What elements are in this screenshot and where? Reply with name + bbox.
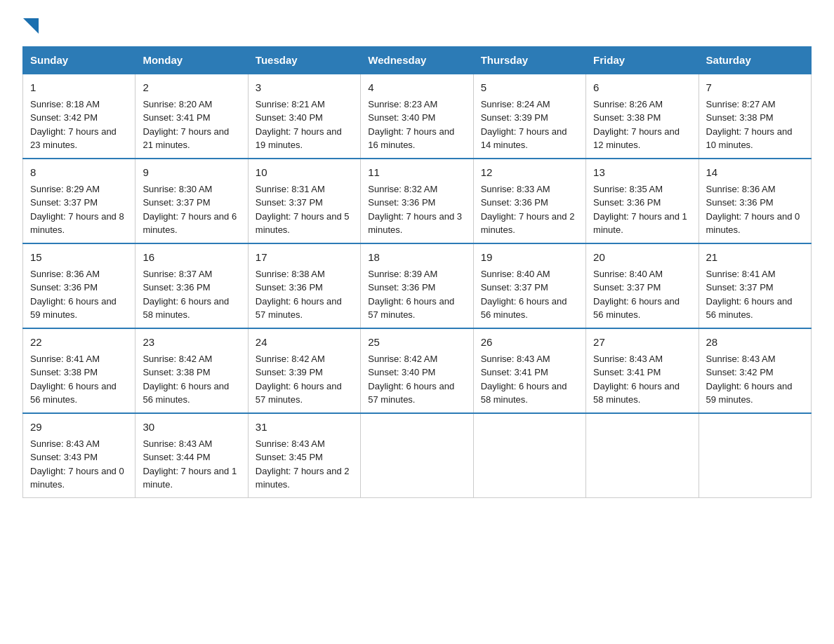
day-info: Sunrise: 8:36 AMSunset: 3:36 PMDaylight:… (706, 184, 800, 236)
day-info: Sunrise: 8:43 AMSunset: 3:41 PMDaylight:… (481, 354, 567, 405)
day-number: 4 (368, 80, 465, 95)
day-number: 2 (143, 80, 240, 95)
day-number: 14 (706, 165, 804, 180)
calendar-day-cell: 14Sunrise: 8:36 AMSunset: 3:36 PMDayligh… (699, 159, 811, 243)
calendar-day-cell: 27Sunrise: 8:43 AMSunset: 3:41 PMDayligh… (586, 328, 699, 413)
calendar-table: SundayMondayTuesdayWednesdayThursdayFrid… (22, 46, 812, 498)
calendar-day-cell (473, 413, 585, 498)
calendar-day-cell: 23Sunrise: 8:42 AMSunset: 3:38 PMDayligh… (135, 328, 248, 413)
page-header (22, 17, 812, 34)
day-number: 8 (30, 165, 128, 180)
calendar-day-cell: 24Sunrise: 8:42 AMSunset: 3:39 PMDayligh… (248, 328, 360, 413)
calendar-day-cell: 25Sunrise: 8:42 AMSunset: 3:40 PMDayligh… (361, 328, 473, 413)
day-info: Sunrise: 8:38 AMSunset: 3:36 PMDaylight:… (256, 269, 342, 321)
day-number: 26 (481, 335, 578, 350)
day-info: Sunrise: 8:29 AMSunset: 3:37 PMDaylight:… (30, 184, 124, 236)
day-number: 13 (593, 165, 691, 180)
day-number: 22 (30, 335, 128, 350)
calendar-day-cell: 15Sunrise: 8:36 AMSunset: 3:36 PMDayligh… (23, 243, 135, 328)
day-info: Sunrise: 8:31 AMSunset: 3:37 PMDaylight:… (256, 184, 350, 236)
logo-arrow-icon (23, 18, 39, 34)
calendar-day-cell: 7Sunrise: 8:27 AMSunset: 3:38 PMDaylight… (699, 74, 811, 159)
day-number: 3 (256, 80, 353, 95)
calendar-week-row: 15Sunrise: 8:36 AMSunset: 3:36 PMDayligh… (23, 243, 812, 328)
day-number: 24 (256, 335, 353, 350)
day-number: 9 (143, 165, 240, 180)
calendar-week-row: 22Sunrise: 8:41 AMSunset: 3:38 PMDayligh… (23, 328, 812, 413)
calendar-day-cell: 1Sunrise: 8:18 AMSunset: 3:42 PMDaylight… (23, 74, 135, 159)
day-number: 21 (706, 250, 804, 265)
calendar-day-cell: 22Sunrise: 8:41 AMSunset: 3:38 PMDayligh… (23, 328, 135, 413)
day-number: 7 (706, 80, 804, 95)
day-of-week-header: Thursday (473, 47, 585, 74)
day-info: Sunrise: 8:43 AMSunset: 3:45 PMDaylight:… (256, 438, 350, 490)
day-of-week-header: Saturday (699, 47, 811, 74)
day-number: 17 (256, 250, 353, 265)
day-number: 28 (706, 335, 804, 350)
day-info: Sunrise: 8:24 AMSunset: 3:39 PMDaylight:… (481, 99, 567, 151)
day-number: 10 (256, 165, 353, 180)
day-info: Sunrise: 8:30 AMSunset: 3:37 PMDaylight:… (143, 184, 237, 236)
day-of-week-header: Sunday (23, 47, 135, 74)
calendar-day-cell: 13Sunrise: 8:35 AMSunset: 3:36 PMDayligh… (586, 159, 699, 243)
calendar-day-cell: 12Sunrise: 8:33 AMSunset: 3:36 PMDayligh… (473, 159, 585, 243)
calendar-day-cell: 31Sunrise: 8:43 AMSunset: 3:45 PMDayligh… (248, 413, 360, 498)
day-number: 23 (143, 335, 240, 350)
day-info: Sunrise: 8:23 AMSunset: 3:40 PMDaylight:… (368, 99, 454, 151)
calendar-day-cell: 19Sunrise: 8:40 AMSunset: 3:37 PMDayligh… (473, 243, 585, 328)
day-number: 15 (30, 250, 128, 265)
calendar-header-row: SundayMondayTuesdayWednesdayThursdayFrid… (23, 47, 812, 74)
day-info: Sunrise: 8:26 AMSunset: 3:38 PMDaylight:… (593, 99, 680, 151)
calendar-day-cell: 8Sunrise: 8:29 AMSunset: 3:37 PMDaylight… (23, 159, 135, 243)
day-info: Sunrise: 8:42 AMSunset: 3:38 PMDaylight:… (143, 354, 229, 405)
calendar-day-cell: 17Sunrise: 8:38 AMSunset: 3:36 PMDayligh… (248, 243, 360, 328)
day-info: Sunrise: 8:39 AMSunset: 3:36 PMDaylight:… (368, 269, 454, 321)
calendar-day-cell: 21Sunrise: 8:41 AMSunset: 3:37 PMDayligh… (699, 243, 811, 328)
calendar-day-cell: 20Sunrise: 8:40 AMSunset: 3:37 PMDayligh… (586, 243, 699, 328)
day-number: 20 (593, 250, 691, 265)
day-number: 11 (368, 165, 465, 180)
calendar-day-cell: 6Sunrise: 8:26 AMSunset: 3:38 PMDaylight… (586, 74, 699, 159)
calendar-day-cell: 18Sunrise: 8:39 AMSunset: 3:36 PMDayligh… (361, 243, 473, 328)
day-info: Sunrise: 8:43 AMSunset: 3:41 PMDaylight:… (593, 354, 680, 405)
day-info: Sunrise: 8:33 AMSunset: 3:36 PMDaylight:… (481, 184, 575, 236)
day-info: Sunrise: 8:42 AMSunset: 3:39 PMDaylight:… (256, 354, 342, 405)
calendar-week-row: 1Sunrise: 8:18 AMSunset: 3:42 PMDaylight… (23, 74, 812, 159)
day-number: 16 (143, 250, 240, 265)
day-of-week-header: Monday (135, 47, 248, 74)
calendar-day-cell: 26Sunrise: 8:43 AMSunset: 3:41 PMDayligh… (473, 328, 585, 413)
day-number: 12 (481, 165, 578, 180)
day-info: Sunrise: 8:18 AMSunset: 3:42 PMDaylight:… (30, 99, 117, 151)
day-number: 6 (593, 80, 691, 95)
day-info: Sunrise: 8:41 AMSunset: 3:38 PMDaylight:… (30, 354, 117, 405)
day-info: Sunrise: 8:40 AMSunset: 3:37 PMDaylight:… (593, 269, 680, 321)
day-of-week-header: Wednesday (361, 47, 473, 74)
day-info: Sunrise: 8:35 AMSunset: 3:36 PMDaylight:… (593, 184, 687, 236)
calendar-week-row: 8Sunrise: 8:29 AMSunset: 3:37 PMDaylight… (23, 159, 812, 243)
day-info: Sunrise: 8:43 AMSunset: 3:42 PMDaylight:… (706, 354, 793, 405)
day-info: Sunrise: 8:43 AMSunset: 3:43 PMDaylight:… (30, 438, 124, 490)
day-info: Sunrise: 8:27 AMSunset: 3:38 PMDaylight:… (706, 99, 793, 151)
day-info: Sunrise: 8:36 AMSunset: 3:36 PMDaylight:… (30, 269, 117, 321)
calendar-day-cell: 9Sunrise: 8:30 AMSunset: 3:37 PMDaylight… (135, 159, 248, 243)
logo (22, 17, 39, 34)
day-info: Sunrise: 8:41 AMSunset: 3:37 PMDaylight:… (706, 269, 793, 321)
calendar-day-cell: 11Sunrise: 8:32 AMSunset: 3:36 PMDayligh… (361, 159, 473, 243)
calendar-day-cell: 29Sunrise: 8:43 AMSunset: 3:43 PMDayligh… (23, 413, 135, 498)
calendar-day-cell: 10Sunrise: 8:31 AMSunset: 3:37 PMDayligh… (248, 159, 360, 243)
day-info: Sunrise: 8:42 AMSunset: 3:40 PMDaylight:… (368, 354, 454, 405)
day-info: Sunrise: 8:20 AMSunset: 3:41 PMDaylight:… (143, 99, 229, 151)
calendar-day-cell: 5Sunrise: 8:24 AMSunset: 3:39 PMDaylight… (473, 74, 585, 159)
day-number: 1 (30, 80, 128, 95)
day-info: Sunrise: 8:21 AMSunset: 3:40 PMDaylight:… (256, 99, 342, 151)
day-number: 30 (143, 420, 240, 435)
calendar-week-row: 29Sunrise: 8:43 AMSunset: 3:43 PMDayligh… (23, 413, 812, 498)
calendar-day-cell (699, 413, 811, 498)
day-number: 19 (481, 250, 578, 265)
svg-marker-0 (23, 18, 39, 34)
day-number: 5 (481, 80, 578, 95)
day-info: Sunrise: 8:32 AMSunset: 3:36 PMDaylight:… (368, 184, 462, 236)
calendar-day-cell: 2Sunrise: 8:20 AMSunset: 3:41 PMDaylight… (135, 74, 248, 159)
calendar-day-cell: 16Sunrise: 8:37 AMSunset: 3:36 PMDayligh… (135, 243, 248, 328)
calendar-day-cell: 4Sunrise: 8:23 AMSunset: 3:40 PMDaylight… (361, 74, 473, 159)
